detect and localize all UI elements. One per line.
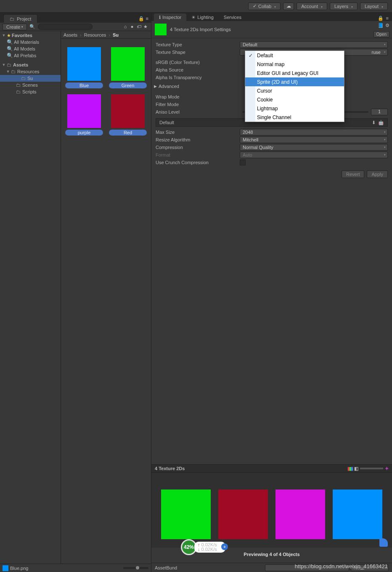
inspector-title: 4 Texture 2Ds Import Settings (170, 27, 231, 32)
label-compression: Compression (156, 145, 240, 150)
aniso-value[interactable]: 1 (371, 109, 388, 115)
label-wrap: Wrap Mode (156, 94, 240, 99)
tab-services[interactable]: Services (219, 13, 246, 21)
dropdown-option[interactable]: Default (245, 51, 344, 60)
plus-icon[interactable]: + (221, 543, 228, 550)
revert-button[interactable]: Revert (342, 170, 364, 178)
label-filter: Filter Mode (156, 102, 240, 107)
tag-icon[interactable]: ● (129, 24, 135, 29)
dropdown-option[interactable]: Single Channel (245, 113, 344, 122)
tab-inspector[interactable]: ℹInspector (154, 13, 186, 21)
breadcrumb-item[interactable]: Assets (64, 32, 77, 37)
preview-swatch (218, 490, 268, 539)
watermark: https://blog.csdn.net/weixin_41663421 (295, 563, 388, 569)
breadcrumb: AssetsResourcesSu (61, 31, 151, 39)
dropdown-option[interactable]: Editor GUI and Legacy GUI (245, 69, 344, 77)
menu-icon[interactable]: ≡ (386, 16, 389, 21)
tab-project[interactable]: Project (3, 14, 37, 23)
preview-swatch (161, 490, 211, 539)
info-icon: ℹ (159, 15, 161, 20)
lock-icon[interactable]: 🔒 (138, 16, 144, 21)
dropdown-option[interactable]: Cookie (245, 95, 344, 104)
dropdown-option[interactable]: Normal map (245, 60, 344, 69)
menu-icon[interactable]: ≡ (146, 16, 148, 21)
folder-icon (10, 16, 15, 21)
android-icon[interactable]: 🤖 (378, 120, 384, 125)
label-crunch: Use Crunch Compression (156, 160, 240, 165)
breadcrumb-item[interactable]: Su (113, 32, 119, 37)
alpha-icon[interactable]: ◧ (354, 466, 358, 471)
star-icon[interactable]: ★ (143, 24, 148, 29)
preview-swatch (275, 490, 325, 539)
layout-button[interactable]: Layout (360, 3, 388, 10)
dd-format: Auto (240, 152, 388, 158)
crunch-checkbox[interactable] (240, 160, 246, 165)
dd-max-size[interactable]: 2048 (240, 129, 388, 136)
rgb-icon[interactable]: ▮▮▮ (347, 466, 352, 471)
dd-resize[interactable]: Mitchell (240, 136, 388, 143)
label-format: Format (156, 152, 240, 157)
net-speed: ↑ 0.02K/s ↓ 0.02K/s + (194, 542, 225, 553)
collab-button[interactable]: ✓ Collab (248, 3, 281, 10)
asset-thumb[interactable]: Red (109, 94, 147, 136)
dd-texture-type[interactable]: Default (240, 41, 388, 48)
asset-thumb[interactable]: Blue (65, 47, 103, 88)
create-button[interactable]: Create ▾ (3, 24, 27, 30)
favorites-header[interactable]: ▼★Favorites (0, 32, 61, 39)
fav-item[interactable]: 🔍All Materials (0, 39, 61, 45)
tree-item[interactable]: ▼Resources (0, 68, 61, 75)
apply-button[interactable]: Apply (367, 170, 388, 178)
dropdown-option[interactable]: Lightmap (245, 104, 344, 113)
gear-icon[interactable]: ⚙ (385, 23, 389, 28)
status-file: Blue.png (10, 566, 28, 571)
download-icon[interactable]: ⬇ (372, 120, 376, 125)
project-tree: ▼★Favorites 🔍All Materials🔍All Models🔍Al… (0, 31, 61, 564)
dropdown-option[interactable]: Cursor (245, 86, 344, 95)
thumb-size-slider[interactable] (123, 567, 148, 569)
top-toolbar: ✓ Collab ☁ Account Layers Layout (0, 0, 392, 13)
asset-thumb[interactable]: Green (109, 47, 147, 88)
label-alpha-source: Alpha Source (156, 67, 240, 72)
texture-type-dropdown: DefaultNormal mapEditor GUI and Legacy G… (245, 51, 344, 122)
project-status-bar: Blue.png (0, 564, 151, 572)
label-max-size: Max Size (156, 130, 240, 135)
sun-icon: ☀ (191, 15, 196, 20)
expand-icon[interactable]: ✦ (385, 466, 389, 471)
preview-header[interactable]: 4 Texture 2Ds ▮▮▮◧✦ (151, 464, 392, 473)
search-input[interactable] (38, 24, 93, 30)
tree-item[interactable]: Scripts (0, 88, 61, 95)
label-icon[interactable]: 🏷 (136, 24, 142, 29)
filter-icon[interactable]: ⌂ (122, 24, 128, 29)
search-icon: 🔍 (29, 24, 35, 29)
label-resize: Resize Algorithm (156, 137, 240, 142)
breadcrumb-item[interactable]: Resources (84, 32, 106, 37)
layers-button[interactable]: Layers (330, 3, 358, 10)
preview-body (151, 473, 392, 548)
label-texture-type: Texture Type (156, 42, 240, 47)
label-texture-shape: Texture Shape (156, 50, 240, 55)
fav-item[interactable]: 🔍All Prefabs (0, 52, 61, 59)
assets-header[interactable]: ▼Assets (0, 61, 61, 68)
project-panel: Project 🔒≡ Create ▾ 🔍 ⌂●🏷★ ▼★Favorites 🔍… (0, 13, 151, 572)
lock-icon[interactable]: 🔒 (378, 16, 384, 21)
dd-compression[interactable]: Normal Quality (240, 144, 388, 151)
label-aniso: Aniso Level (156, 109, 240, 114)
tab-lighting[interactable]: ☀Lighting (186, 13, 219, 21)
dropdown-option[interactable]: Sprite (2D and UI) (245, 77, 344, 86)
download-badge[interactable]: 42% ↑ 0.02K/s ↓ 0.02K/s + (181, 539, 225, 555)
open-button[interactable]: Open (373, 31, 389, 37)
fav-item[interactable]: 🔍All Models (0, 45, 61, 52)
tree-item[interactable]: Su (0, 75, 61, 82)
header-preview-icon (155, 24, 167, 35)
help-icon[interactable]: 📘 (378, 23, 384, 28)
account-button[interactable]: Account (297, 3, 327, 10)
label-alpha-trans: Alpha Is Transparency (156, 75, 240, 80)
preview-swatch (333, 490, 382, 539)
mip-slider[interactable] (360, 468, 383, 469)
status-thumb (3, 565, 8, 571)
cloud-button[interactable]: ☁ (283, 3, 294, 10)
tree-item[interactable]: Scenes (0, 82, 61, 88)
label-srgb: sRGB (Color Texture) (156, 60, 240, 65)
asset-thumb[interactable]: purple (65, 94, 103, 136)
